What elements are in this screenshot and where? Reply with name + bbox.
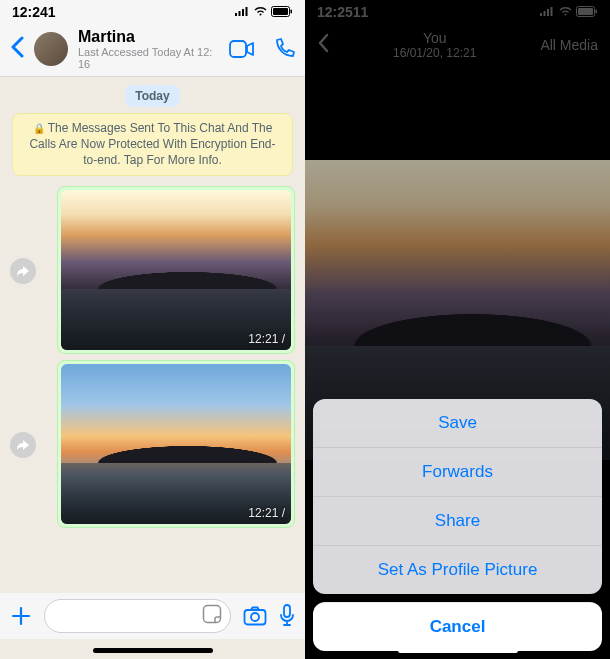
sender-label: You <box>393 30 476 46</box>
svg-rect-3 <box>246 7 248 16</box>
wifi-icon <box>558 4 573 20</box>
home-indicator[interactable] <box>398 648 518 653</box>
wifi-icon <box>253 4 268 20</box>
svg-rect-17 <box>578 8 593 15</box>
mic-icon[interactable] <box>279 604 295 628</box>
svg-rect-5 <box>273 8 288 15</box>
svg-rect-13 <box>544 11 546 16</box>
share-button[interactable]: Share <box>313 496 602 545</box>
svg-rect-1 <box>239 11 241 16</box>
chat-photo: 12:21 / <box>61 190 291 350</box>
status-bar: 12:241 <box>0 0 305 22</box>
back-button[interactable] <box>10 36 24 62</box>
status-bar: 12:2511 <box>305 0 610 22</box>
set-profile-button[interactable]: Set As Profile Picture <box>313 545 602 594</box>
encryption-notice[interactable]: 🔒 The Messages Sent To This Chat And The… <box>12 113 293 176</box>
svg-rect-6 <box>291 10 293 14</box>
chat-header: Martina Last Accessed Today At 12: 16 <box>0 22 305 77</box>
forward-icon[interactable] <box>10 432 36 458</box>
svg-rect-8 <box>204 606 221 623</box>
home-indicator[interactable] <box>93 648 213 653</box>
media-viewer-screen: 12:2511 You 16/01/20, 12:21 All Media <box>305 0 610 659</box>
svg-rect-2 <box>242 9 244 16</box>
media-header: You 16/01/20, 12:21 All Media <box>305 22 610 70</box>
status-time: 12:241 <box>12 4 56 20</box>
encryption-text: The Messages Sent To This Chat And The C… <box>29 121 275 167</box>
message-time: 12:21 / <box>248 332 285 346</box>
contact-name: Martina <box>78 28 219 46</box>
forwards-button[interactable]: Forwards <box>313 447 602 496</box>
status-icons <box>235 4 293 20</box>
message-input[interactable] <box>44 599 231 633</box>
avatar[interactable] <box>34 32 68 66</box>
plus-icon[interactable] <box>10 605 32 627</box>
message-row: 12:21 / <box>0 358 305 532</box>
status-icons <box>540 4 598 20</box>
battery-icon <box>271 4 293 20</box>
chat-screen: 12:241 Martina Last Accessed Today At 12… <box>0 0 305 659</box>
status-time: 12:2511 <box>317 4 368 20</box>
all-media-button[interactable]: All Media <box>540 37 598 53</box>
input-bar <box>0 593 305 639</box>
back-button[interactable] <box>317 33 329 57</box>
svg-rect-12 <box>540 13 542 16</box>
signal-icon <box>540 4 555 20</box>
image-bubble[interactable]: 12:21 / <box>57 186 295 354</box>
action-sheet-group: Save Forwards Share Set As Profile Pictu… <box>313 399 602 594</box>
svg-point-10 <box>251 613 259 621</box>
svg-rect-11 <box>284 605 290 617</box>
signal-icon <box>235 4 250 20</box>
header-actions <box>229 38 295 60</box>
contact-info[interactable]: Martina Last Accessed Today At 12: 16 <box>78 28 219 70</box>
datetime-label: 16/01/20, 12:21 <box>393 46 476 60</box>
image-bubble[interactable]: 12:21 / <box>57 360 295 528</box>
save-button[interactable]: Save <box>313 399 602 447</box>
svg-rect-14 <box>547 9 549 16</box>
video-call-icon[interactable] <box>229 40 255 58</box>
battery-icon <box>576 4 598 20</box>
lock-icon: 🔒 <box>33 123 45 134</box>
forward-icon[interactable] <box>10 258 36 284</box>
voice-call-icon[interactable] <box>273 38 295 60</box>
svg-rect-18 <box>596 10 598 14</box>
cancel-button[interactable]: Cancel <box>313 602 602 651</box>
last-access: Last Accessed Today At 12: 16 <box>78 46 219 70</box>
action-sheet: Save Forwards Share Set As Profile Pictu… <box>313 399 602 651</box>
message-row: 12:21 / <box>0 184 305 358</box>
svg-rect-7 <box>230 41 246 57</box>
message-time: 12:21 / <box>248 506 285 520</box>
media-info: You 16/01/20, 12:21 <box>393 30 476 60</box>
sticker-icon[interactable] <box>202 604 222 628</box>
svg-rect-15 <box>551 7 553 16</box>
svg-rect-0 <box>235 13 237 16</box>
date-pill: Today <box>125 85 179 107</box>
camera-icon[interactable] <box>243 606 267 626</box>
chat-photo: 12:21 / <box>61 364 291 524</box>
